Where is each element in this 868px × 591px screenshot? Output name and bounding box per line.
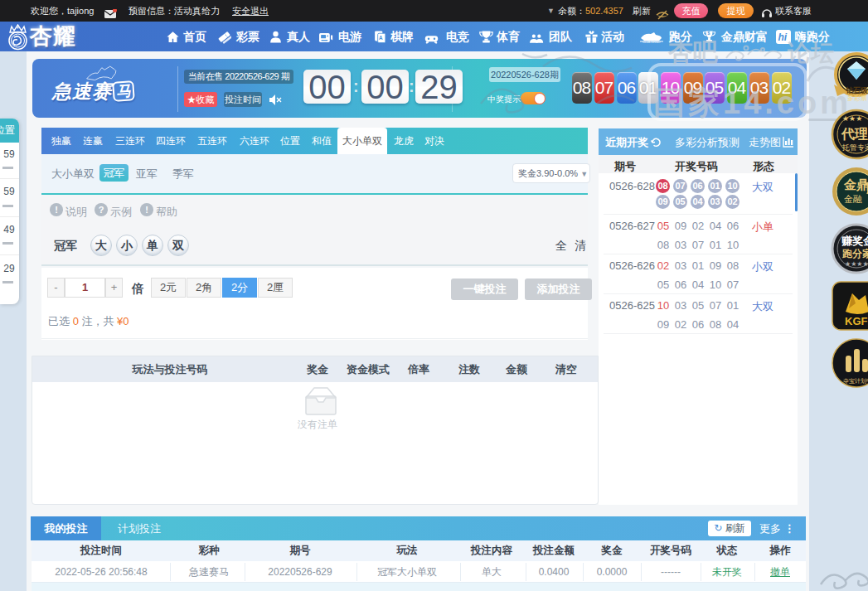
- svg-text:钻石级: 钻石级: [845, 86, 868, 94]
- svg-text:托管专家: 托管专家: [841, 143, 868, 152]
- svg-text:★★★: ★★★: [842, 114, 862, 123]
- svg-text:跑分家: 跑分家: [841, 248, 868, 259]
- svg-text:代理人: 代理人: [841, 127, 868, 141]
- svg-text:金鼎: 金鼎: [843, 177, 868, 191]
- svg-text:hi: hi: [778, 31, 788, 43]
- svg-text:$: $: [707, 31, 710, 36]
- svg-text:夺宝计划中心: 夺宝计划中心: [843, 378, 868, 385]
- svg-text:赚奖金: 赚奖金: [841, 235, 868, 247]
- svg-text:★★★★: ★★★★: [845, 260, 868, 268]
- svg-text:多彩票: 多彩票: [847, 94, 867, 102]
- svg-text:KGF: KGF: [845, 315, 868, 327]
- svg-text:A: A: [379, 35, 383, 41]
- svg-text:CLUB RHINO: CLUB RHINO: [643, 41, 661, 43]
- svg-text:金融: 金融: [844, 194, 862, 204]
